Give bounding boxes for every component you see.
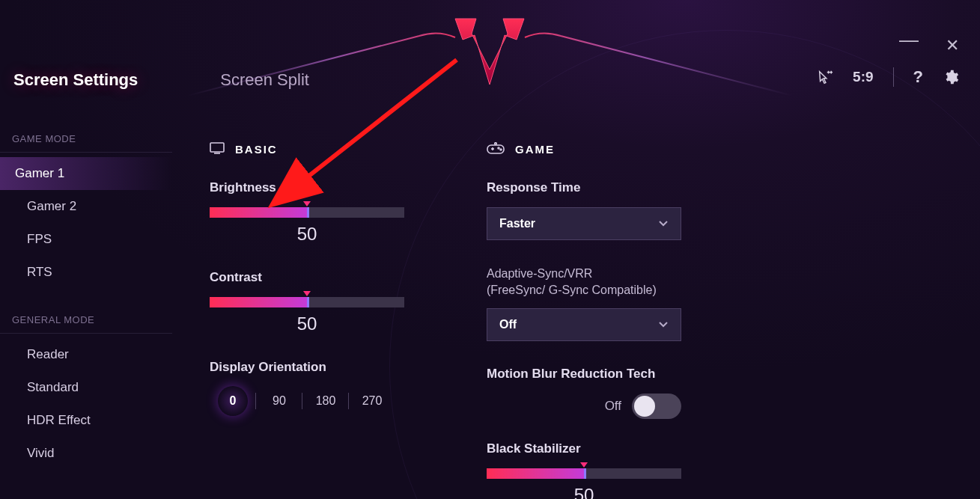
sidebar-group-game-mode: GAME MODE Gamer 1 Gamer 2 FPS RTS [0, 127, 172, 289]
game-column: GAME Response Time Faster Adaptive-Sync/… [487, 142, 726, 484]
adaptive-sync-label: Adaptive-Sync/VRR (FreeSync/ G-Sync Comp… [487, 266, 726, 298]
chevron-down-icon [658, 318, 669, 331]
sidebar-item-gamer2[interactable]: Gamer 2 [0, 190, 172, 223]
sidebar-item-fps[interactable]: FPS [0, 223, 172, 256]
brand-logo-icon [455, 19, 524, 85]
sidebar-group-title: GAME MODE [0, 127, 172, 153]
svg-point-6 [495, 143, 497, 145]
section-title: GAME [515, 143, 555, 156]
motion-blur-field: Motion Blur Reduction Tech Off [487, 367, 726, 419]
aspect-ratio-label[interactable]: 5:9 [853, 69, 873, 85]
response-time-dropdown[interactable]: Faster [487, 207, 681, 240]
header-tabs: Screen Settings Screen Split [13, 66, 392, 94]
brightness-field: Brightness 50 [210, 180, 434, 245]
dropdown-value: Off [499, 318, 517, 331]
contrast-value: 50 [210, 313, 404, 334]
sidebar-group-general-mode: GENERAL MODE Reader Standard HDR Effect … [0, 308, 172, 470]
divider [893, 67, 894, 87]
sidebar: GAME MODE Gamer 1 Gamer 2 FPS RTS GENERA… [0, 127, 172, 470]
response-time-label: Response Time [487, 180, 726, 195]
basic-column: BASIC Brightness 50 Contrast 50 Display [210, 142, 434, 484]
gear-icon[interactable] [943, 69, 959, 85]
help-icon[interactable]: ? [913, 67, 923, 87]
close-button[interactable]: ✕ [946, 36, 959, 55]
contrast-label: Contrast [210, 270, 434, 285]
response-time-field: Response Time Faster [487, 180, 726, 240]
contrast-slider[interactable] [210, 297, 404, 307]
motion-blur-toggle[interactable] [632, 394, 681, 419]
orientation-segmented: 0 90 180 270 [210, 387, 434, 415]
orientation-field: Display Orientation 0 90 180 270 [210, 360, 434, 415]
svg-point-10 [500, 149, 502, 150]
chevron-down-icon [658, 217, 669, 230]
section-title: BASIC [235, 143, 278, 156]
black-stabilizer-value: 50 [487, 485, 681, 499]
sidebar-item-rts[interactable]: RTS [0, 256, 172, 289]
crosshair-cursor-icon[interactable] [817, 69, 833, 85]
sidebar-item-hdr-effect[interactable]: HDR Effect [0, 404, 172, 437]
motion-blur-state-label: Off [605, 399, 621, 414]
orientation-option-90[interactable]: 90 [256, 387, 302, 415]
header-right: 5:9 ? [817, 67, 959, 87]
section-head-basic: BASIC [210, 142, 434, 156]
svg-rect-3 [210, 143, 224, 152]
brightness-slider[interactable] [210, 207, 404, 218]
minimize-button[interactable]: — [899, 36, 919, 55]
monitor-icon [210, 142, 225, 156]
tab-screen-settings[interactable]: Screen Settings [13, 66, 138, 94]
brightness-value: 50 [210, 224, 404, 245]
adaptive-sync-dropdown[interactable]: Off [487, 308, 681, 341]
sidebar-group-title: GENERAL MODE [0, 308, 172, 334]
section-head-game: GAME [487, 142, 726, 156]
svg-point-9 [498, 147, 499, 149]
black-stabilizer-field: Black Stabilizer 50 [487, 441, 726, 499]
black-stabilizer-label: Black Stabilizer [487, 441, 726, 456]
motion-blur-label: Motion Blur Reduction Tech [487, 367, 726, 382]
window-controls: — ✕ [899, 36, 959, 55]
adaptive-sync-field: Adaptive-Sync/VRR (FreeSync/ G-Sync Comp… [487, 266, 726, 341]
black-stabilizer-slider[interactable] [487, 468, 681, 479]
dropdown-value: Faster [499, 217, 535, 230]
orientation-option-270[interactable]: 270 [349, 387, 395, 415]
sidebar-item-standard[interactable]: Standard [0, 371, 172, 404]
sidebar-item-reader[interactable]: Reader [0, 338, 172, 371]
sidebar-item-vivid[interactable]: Vivid [0, 437, 172, 470]
contrast-field: Contrast 50 [210, 270, 434, 334]
orientation-label: Display Orientation [210, 360, 434, 375]
main-panel: BASIC Brightness 50 Contrast 50 Display [210, 142, 950, 484]
tab-screen-split[interactable]: Screen Split [220, 66, 309, 94]
sidebar-item-gamer1[interactable]: Gamer 1 [0, 157, 172, 190]
brightness-label: Brightness [210, 180, 434, 195]
gamepad-icon [487, 142, 505, 156]
orientation-option-180[interactable]: 180 [302, 387, 349, 415]
orientation-option-0[interactable]: 0 [210, 387, 256, 415]
